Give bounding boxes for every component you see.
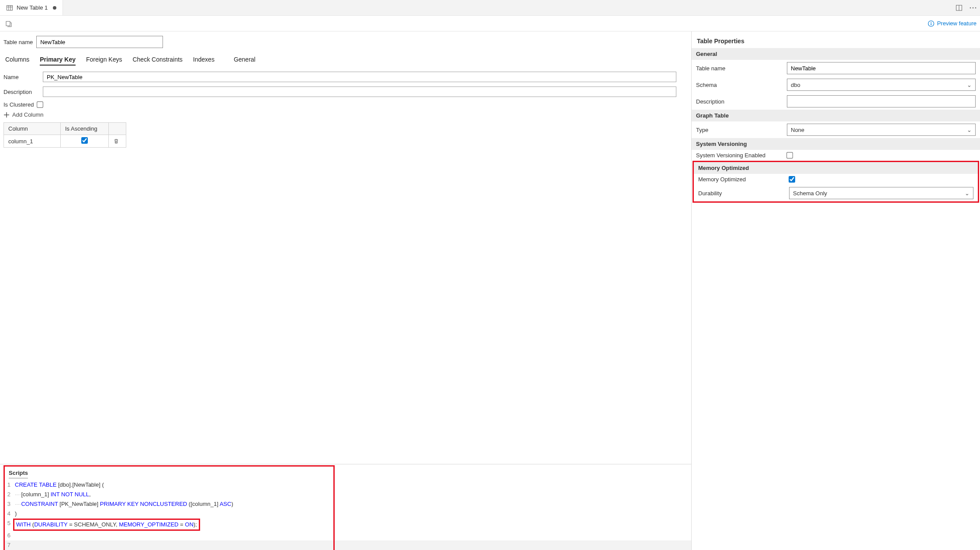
info-icon [928,20,935,27]
prop-graph-type-label: Type [696,127,783,133]
svg-point-7 [973,7,974,8]
prop-desc-label: Description [696,98,783,105]
pk-columns-table: Column Is Ascending column_1 [3,122,126,148]
prop-graph-type-select[interactable]: None ⌄ [787,124,976,136]
section-graph: Graph Table [692,110,980,121]
tab-title: New Table 1 [17,4,48,11]
pk-name-input[interactable] [43,72,676,82]
section-memopt: Memory Optimized [694,162,978,174]
ascending-checkbox[interactable] [81,137,88,144]
pk-name-label: Name [3,74,43,80]
table-header-row: Column Is Ascending [4,123,126,135]
prop-schema-value: dbo [791,82,800,88]
tab-primary-key[interactable]: Primary Key [40,54,76,66]
svg-rect-12 [931,23,931,25]
prop-memopt-checkbox[interactable] [789,176,795,183]
prop-durability-label: Durability [698,190,786,197]
chevron-down-icon: ⌄ [965,190,970,197]
prop-sysver-checkbox[interactable] [786,152,793,159]
col-header-ascending: Is Ascending [61,123,109,135]
tab-bar: New Table 1 [0,0,980,16]
tab-indexes[interactable]: Indexes [193,54,215,66]
pk-desc-input[interactable] [43,86,676,97]
svg-rect-0 [7,5,13,10]
tab-columns[interactable]: Columns [5,54,29,66]
prop-memopt-label: Memory Optimized [698,176,786,183]
more-actions-button[interactable] [966,0,980,15]
is-clustered-checkbox[interactable] [37,101,43,108]
delete-row-button[interactable] [109,135,126,148]
chevron-down-icon: ⌄ [967,82,972,88]
plus-icon [3,112,10,118]
scripts-label: Scripts [9,468,28,478]
svg-rect-9 [6,21,10,26]
prop-sysver-label: System Versioning Enabled [696,152,783,159]
pk-desc-label: Description [3,89,43,95]
cell-column[interactable]: column_1 [4,135,61,148]
prop-schema-label: Schema [696,82,783,88]
prop-schema-select[interactable]: dbo ⌄ [787,79,976,91]
prop-table-name-label: Table name [696,65,783,72]
table-name-label: Table name [3,39,33,45]
tab-foreign-keys[interactable]: Foreign Keys [86,54,122,66]
tab-check-constraints[interactable]: Check Constraints [132,54,182,66]
designer-toolbar: Preview feature [0,16,980,31]
col-header-actions [109,123,126,135]
designer-subtabs: Columns Primary Key Foreign Keys Check C… [3,54,688,66]
table-name-input[interactable] [36,36,163,48]
modified-dot-icon [53,6,56,10]
preview-feature-link[interactable]: Preview feature [928,20,977,27]
section-sysver: System Versioning [692,138,980,150]
col-header-column: Column [4,123,61,135]
table-icon [6,4,13,11]
cell-ascending[interactable] [61,135,109,148]
prop-durability-value: Schema Only [793,190,827,197]
is-clustered-label: Is Clustered [3,101,34,108]
prop-graph-type-value: None [791,127,804,133]
svg-point-8 [975,7,977,8]
svg-point-11 [931,22,932,23]
trash-icon [113,138,119,144]
table-row[interactable]: column_1 [4,135,126,148]
section-general: General [692,48,980,60]
prop-desc-input[interactable] [787,95,976,107]
scripts-pane: Scripts 1CREATE TABLE [dbo].[NewTable] (… [0,464,691,550]
add-column-label: Add Column [12,111,44,118]
prop-table-name-input[interactable] [787,62,976,74]
script-editor[interactable]: 1CREATE TABLE [dbo].[NewTable] ( 2····[c… [0,480,691,550]
preview-feature-label: Preview feature [937,20,977,27]
add-column-button[interactable]: Add Column [3,111,688,118]
chevron-down-icon: ⌄ [967,127,972,133]
split-editor-button[interactable] [952,0,966,15]
callout-box-icon: Memory Optimized Memory Optimized Durabi… [693,161,979,203]
tab-general[interactable]: General [234,54,256,66]
properties-title: Table Properties [692,34,980,48]
publish-button[interactable] [3,18,14,29]
prop-durability-select[interactable]: Schema Only ⌄ [789,187,973,199]
properties-panel: Table Properties General Table name Sche… [692,31,980,550]
editor-tab[interactable]: New Table 1 [0,0,63,15]
svg-point-6 [970,7,971,8]
